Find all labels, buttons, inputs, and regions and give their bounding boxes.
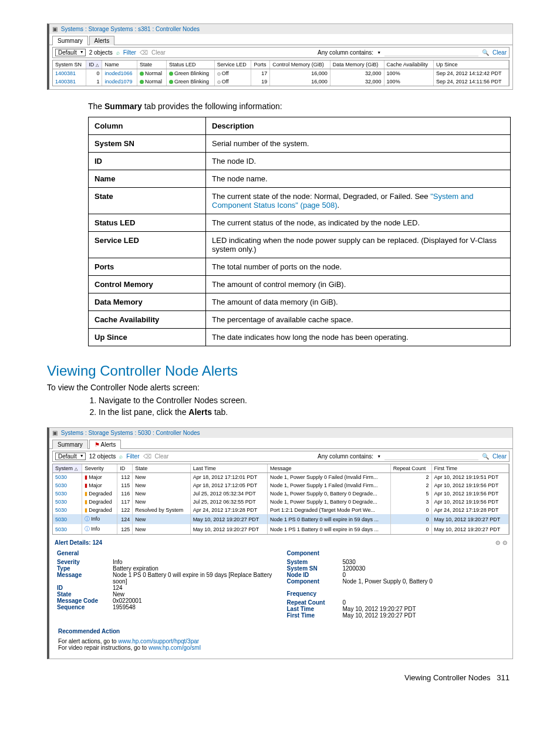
tab-alerts[interactable]: Alerts bbox=[89, 36, 115, 45]
alert-details-pane: Alert Details: 124 ⊙ ⊙ General SeverityI… bbox=[52, 538, 510, 656]
table-row[interactable]: 5030Degraded117NewJul 25, 2012 06:32:55 … bbox=[53, 498, 509, 506]
table-row[interactable]: 5030Degraded116NewJul 25, 2012 05:32:34 … bbox=[53, 490, 509, 498]
search-label: Any column contains: bbox=[318, 49, 373, 56]
column-header[interactable]: Status LED bbox=[166, 60, 214, 69]
column-header[interactable]: Service LED bbox=[214, 60, 251, 69]
info-row: NameThe node name. bbox=[89, 170, 511, 188]
clear-search-link[interactable]: Clear bbox=[492, 453, 507, 460]
nodes-grid: System SNID △NameStateStatus LEDService … bbox=[52, 60, 510, 86]
tab-summary[interactable]: Summary bbox=[52, 36, 88, 45]
steps-list: Navigate to the Controller Nodes screen.… bbox=[99, 396, 513, 417]
table-row[interactable]: 14003810inoded1066NormalGreen BlinkingOf… bbox=[53, 69, 509, 78]
clear-icon[interactable]: ⌫ bbox=[143, 453, 151, 460]
tree-icon: ▣ bbox=[52, 430, 58, 436]
tab-alerts[interactable]: ⚑Alerts bbox=[89, 440, 122, 449]
column-header[interactable]: First Time bbox=[431, 464, 508, 473]
filter-icon[interactable]: ⌕ bbox=[119, 453, 123, 460]
info-row: System SNSerial number of the system. bbox=[89, 135, 511, 153]
details-general-col: General SeverityInfoTypeBattery expirati… bbox=[57, 548, 275, 619]
column-header[interactable]: Name bbox=[102, 60, 137, 69]
details-title-bar: Alert Details: 124 ⊙ ⊙ bbox=[52, 538, 510, 548]
clear-link-disabled: Clear bbox=[151, 49, 166, 56]
column-header[interactable]: ID △ bbox=[86, 60, 102, 69]
detail-row: ComponentNode 1, Power Supply 0, Battery… bbox=[287, 578, 505, 585]
info-row: StateThe current state of the node: Norm… bbox=[89, 188, 511, 214]
info-row: Service LEDLED indicating when the node … bbox=[89, 232, 511, 258]
column-header[interactable]: ID bbox=[117, 464, 133, 473]
filter-selector[interactable]: Default bbox=[55, 453, 86, 460]
filter-selector[interactable]: Default bbox=[55, 49, 86, 56]
info-row: Cache AvailabilityThe percentage of avai… bbox=[89, 311, 511, 329]
component-heading: Component bbox=[287, 550, 505, 556]
search-input[interactable] bbox=[384, 49, 478, 56]
filter-icon[interactable]: ⌕ bbox=[116, 49, 120, 56]
detail-row: ID124 bbox=[57, 585, 275, 591]
table-row[interactable]: 5030Info125NewMay 10, 2012 19:20:27 PDTN… bbox=[53, 524, 509, 534]
window-title-text: Systems : Storage Systems : 5030 : Contr… bbox=[61, 430, 200, 436]
column-header[interactable]: Repeat Count bbox=[390, 464, 431, 473]
filter-link[interactable]: Filter bbox=[123, 49, 136, 56]
collapse-up-icon[interactable]: ⊙ bbox=[495, 539, 500, 546]
detail-row: MessageNode 1 PS 0 Battery 0 will expire… bbox=[57, 572, 275, 585]
table-row[interactable]: 5030Major115NewApr 18, 2012 17:12:05 PDT… bbox=[53, 481, 509, 490]
rec-link-2[interactable]: www.hp.com/go/sml bbox=[149, 644, 201, 651]
detail-row: Message Code0x0220001 bbox=[57, 598, 275, 604]
grid-header-row: System SNID △NameStateStatus LEDService … bbox=[53, 60, 509, 69]
column-header[interactable]: Cache Availability bbox=[384, 60, 433, 69]
detail-row: System5030 bbox=[287, 559, 505, 565]
column-header[interactable]: Ports bbox=[251, 60, 270, 69]
window-title-text: Systems : Storage Systems : s381 : Contr… bbox=[61, 26, 200, 32]
window-title: ▣ Systems : Storage Systems : s381 : Con… bbox=[49, 24, 512, 34]
column-header[interactable]: System △ bbox=[53, 464, 82, 473]
column-header[interactable]: Last Time bbox=[190, 464, 267, 473]
column-header[interactable]: Message bbox=[268, 464, 391, 473]
search-label: Any column contains: bbox=[318, 453, 373, 460]
column-header[interactable]: Data Memory (GiB) bbox=[330, 60, 384, 69]
step-1: Navigate to the Controller Nodes screen. bbox=[99, 396, 513, 405]
table-row[interactable]: 5030Major112NewApr 18, 2012 17:12:01 PDT… bbox=[53, 473, 509, 482]
tab-summary[interactable]: Summary bbox=[52, 440, 88, 449]
search-dropdown-icon[interactable]: ▼ bbox=[377, 454, 381, 458]
column-header[interactable]: Control Memory (GiB) bbox=[270, 60, 330, 69]
info-row: Status LEDThe current status of the node… bbox=[89, 214, 511, 232]
nodes-summary-screenshot: ▣ Systems : Storage Systems : s381 : Con… bbox=[47, 23, 513, 90]
info-row: PortsThe total number of ports on the no… bbox=[89, 258, 511, 276]
grid-toolbar: Default 2 objects ⌕ Filter ⌫ Clear Any c… bbox=[52, 47, 510, 58]
column-header[interactable]: Up Since bbox=[433, 60, 508, 69]
rec-link-1[interactable]: www.hp.com/support/hpqt/3par bbox=[118, 638, 199, 644]
column-header[interactable]: State bbox=[133, 464, 190, 473]
alerts-grid: System △SeverityIDStateLast TimeMessageR… bbox=[52, 464, 510, 535]
column-header[interactable]: Severity bbox=[82, 464, 117, 473]
column-header[interactable]: System SN bbox=[53, 60, 86, 69]
details-component-col: Component System5030System SN1200030Node… bbox=[287, 548, 505, 619]
section-intro: To view the Controller Node alerts scree… bbox=[47, 383, 513, 392]
filter-link[interactable]: Filter bbox=[126, 453, 139, 460]
clear-search-link[interactable]: Clear bbox=[492, 49, 507, 56]
rec-heading: Recommended Action bbox=[58, 628, 504, 634]
column-header[interactable]: State bbox=[137, 60, 166, 69]
column-description-table: Column Description System SNSerial numbe… bbox=[88, 117, 511, 346]
alert-flag-icon: ⚑ bbox=[95, 441, 100, 448]
collapse-down-icon[interactable]: ⊙ bbox=[502, 539, 507, 546]
info-row: IDThe node ID. bbox=[89, 153, 511, 170]
search-input[interactable] bbox=[384, 453, 478, 460]
info-row: Up SinceThe date indicates how long the … bbox=[89, 329, 511, 346]
table-row[interactable]: 5030Info124NewMay 10, 2012 19:20:27 PDTN… bbox=[53, 514, 509, 524]
recommended-action: Recommended Action For alert actions, go… bbox=[52, 622, 510, 656]
summary-intro-text: The Summary tab provides the following i… bbox=[88, 102, 513, 111]
table-row[interactable]: 5030Degraded122Resolved by SystemApr 24,… bbox=[53, 506, 509, 514]
detail-row: First TimeMay 10, 2012 19:20:27 PDT bbox=[287, 612, 505, 619]
search-icon[interactable]: 🔍 bbox=[482, 49, 489, 56]
search-dropdown-icon[interactable]: ▼ bbox=[377, 50, 381, 55]
rec-line-1: For alert actions, go to www.hp.com/supp… bbox=[58, 638, 504, 644]
info-row: Control MemoryThe amount of control memo… bbox=[89, 276, 511, 293]
general-heading: General bbox=[57, 550, 275, 556]
rec-line-2: For video repair instructions, go to www… bbox=[58, 644, 504, 651]
search-icon[interactable]: 🔍 bbox=[482, 453, 489, 460]
object-count: 2 objects bbox=[89, 49, 113, 56]
info-header-description: Description bbox=[206, 117, 511, 135]
table-row[interactable]: 14003811inoded1079NormalGreen BlinkingOf… bbox=[53, 77, 509, 86]
step-2: In the list pane, click the Alerts tab. bbox=[99, 407, 513, 417]
clear-icon[interactable]: ⌫ bbox=[140, 49, 148, 56]
object-count: 12 objects bbox=[89, 453, 116, 460]
